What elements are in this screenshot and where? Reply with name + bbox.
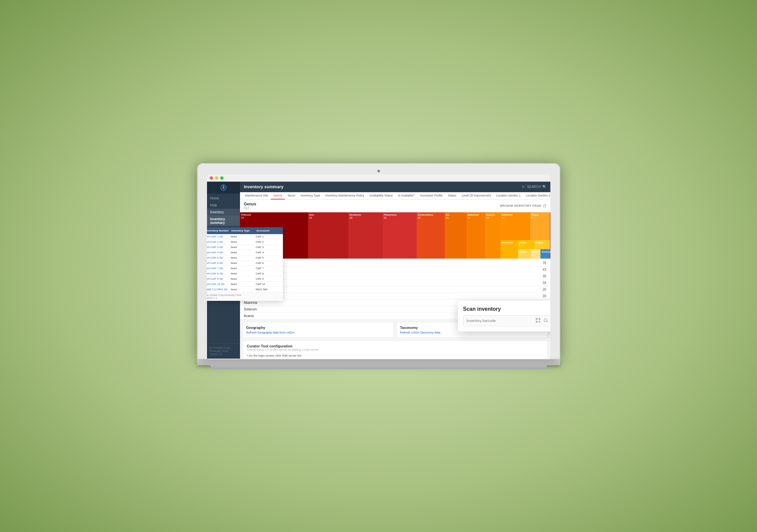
treemap-block-rubus[interactable]: Rubus 4 xyxy=(534,240,550,249)
page-title: Inventory summary xyxy=(244,184,284,189)
sidebar-footer: No Global Crop Diversity Trust v2022.7.1 xyxy=(207,343,240,359)
laptop-foot xyxy=(210,365,547,369)
table-row[interactable]: INV-CIAT 4 SD Seed CIAT 4 xyxy=(207,250,283,255)
table-row[interactable]: Phaseolus 34 xyxy=(240,280,550,286)
sidebar-logo xyxy=(207,182,240,194)
treemap-block-amaryllis[interactable]: Amaryllis xyxy=(540,249,550,259)
table-row[interactable]: Amaranthus 26 xyxy=(240,286,550,293)
logo-icon xyxy=(220,184,227,191)
table-row[interactable]: INV-CIAT 5 SD Seed CIAT 5 xyxy=(207,255,283,261)
tab-inventory-maintenance-policy[interactable]: Inventory Maintenance Policy xyxy=(323,192,367,199)
table-row[interactable]: MAR 112 RRG SD Seed IRGC 500 xyxy=(207,287,283,292)
footer-version: v2022.7.1 xyxy=(210,353,237,356)
footer-org-small: No Global Crop Diversity Trust xyxy=(207,294,241,297)
export-icon: 📋 xyxy=(543,204,546,207)
treemap-block-aster[interactable]: Aster 1 xyxy=(531,249,540,259)
table-row[interactable]: INV-CIAT 7 SD Seed CIAT 7 xyxy=(207,266,283,271)
tab-level-of-improvement[interactable]: Level Of Improvement xyxy=(459,192,494,199)
table-row[interactable]: Aa 20 xyxy=(240,293,550,300)
sidebar-item-home[interactable]: Home xyxy=(207,195,240,202)
svg-line-8 xyxy=(546,321,547,322)
treemap-block-oryza[interactable]: Oryza 5 xyxy=(518,240,534,249)
search-button[interactable]: SEARCH 🔍 xyxy=(527,185,546,189)
footer-version-small: v2022.7.1 xyxy=(207,297,217,300)
sidebar-item-inventory[interactable]: Inventory xyxy=(207,209,240,216)
col-accession: Accession xyxy=(256,229,281,233)
treemap-small-bottom: Musa 3 Aster 1 xyxy=(518,249,550,259)
treemap-block-musa[interactable]: Musa 3 xyxy=(518,249,531,259)
refresh-icon[interactable]: ↻ xyxy=(522,185,525,189)
treemap-block-zea[interactable]: Zea 43 xyxy=(308,212,348,259)
table-row[interactable]: INV-CIAT 3 SD Seed CIAT 3 xyxy=(207,245,283,250)
curator-title: Curator Tool configuration xyxy=(247,344,543,348)
tab-inventory-type[interactable]: Inventory Type xyxy=(298,192,323,199)
scan-input-wrapper xyxy=(463,315,550,326)
footer-org: No Global Crop Diversity Trust xyxy=(210,346,237,353)
table-row[interactable]: Zea 43 xyxy=(240,266,550,273)
tab-location-section-1[interactable]: Location Section 1 xyxy=(494,192,523,199)
content-area: Genus 317 BROWSE INVENTORY ITEMS 📋 xyxy=(240,200,550,359)
sidebar-item-help[interactable]: Help xyxy=(207,202,240,209)
tab-accession-profile[interactable]: Accession Profile xyxy=(417,192,445,199)
inventory-barcode-input[interactable] xyxy=(467,319,533,323)
tab-genus[interactable]: Genus xyxy=(271,192,285,199)
table-row[interactable]: INV-CIAT 1 SD Seed CIAT 1 xyxy=(207,234,283,239)
table-row[interactable]: INV-CIAT 9 SD Seed CIAT 9 xyxy=(207,276,283,282)
scan-action-icons xyxy=(535,318,548,324)
sidebar-item-inventory-summary[interactable]: Inventory summary xyxy=(207,216,240,226)
tab-taxon[interactable]: Taxon xyxy=(285,192,298,199)
screen-inner: Home Help Inventory Inventory summary Sc… xyxy=(207,174,550,351)
browse-inventory-button[interactable]: BROWSE INVENTORY ITEMS 📋 xyxy=(500,204,546,207)
inventory-table-panel: Inventory Number Inventory Type Accessio… xyxy=(207,227,283,301)
treemap-block-hordeum2[interactable]: Hordeum 8 xyxy=(500,240,518,259)
camera xyxy=(377,170,380,172)
treemap-block-phaseolus[interactable]: Phaseolus 34 xyxy=(383,212,417,259)
maximize-button[interactable] xyxy=(220,176,224,180)
treemap-block-small: Oryza 5 Rubus 4 xyxy=(518,240,550,259)
treemap-block-vigna-group: Vigna 8 xyxy=(530,212,550,240)
search-scan-icon[interactable] xyxy=(543,318,548,324)
tab-availability-status[interactable]: Availability Status xyxy=(367,192,395,199)
treemap-block-hordeum[interactable]: Hordeum 35 xyxy=(348,212,382,259)
treemap-block-amaranthus[interactable]: Amaranthus 26 xyxy=(417,212,445,259)
svg-rect-2 xyxy=(539,318,540,319)
tab-status[interactable]: Status xyxy=(445,192,459,199)
table-row[interactable]: INV-CIAT 8 SD Seed CIAT 8 xyxy=(207,271,283,276)
minimize-button[interactable] xyxy=(215,176,218,180)
table-row[interactable]: Triticum 78 xyxy=(240,260,550,266)
search-label: SEARCH xyxy=(527,185,541,189)
laptop-container: Home Help Inventory Inventory summary Sc… xyxy=(197,163,560,369)
window-controls xyxy=(207,174,550,182)
geography-title: Geography xyxy=(246,326,390,330)
treemap-block-acacia[interactable]: Acacia 15 xyxy=(485,212,500,259)
curator-steps: • On the login screen click 'Edit server… xyxy=(247,353,543,359)
treemap-block-vigna[interactable]: Vigna 8 xyxy=(530,212,550,240)
screen-bezel: Home Help Inventory Inventory summary Sc… xyxy=(197,163,560,359)
tab-location-section-2[interactable]: Location Section 2 xyxy=(523,192,550,199)
treemap-block-abarema[interactable]: Abarema 17 xyxy=(466,212,485,259)
treemap-right: Solanum 17 Vigna 8 xyxy=(500,212,550,259)
tab-is-available[interactable]: Is Available? xyxy=(395,192,417,199)
tab-maintenance-site[interactable]: Maintenance Site xyxy=(243,192,271,199)
table-row[interactable]: INV-CIAT 2 SD Seed CIAT 2 xyxy=(207,239,283,245)
treemap-chart: Triticum 78 Zea 43 Hordeum 35 xyxy=(240,212,550,259)
screen: Home Help Inventory Inventory summary Sc… xyxy=(207,174,550,359)
close-button[interactable] xyxy=(210,176,213,180)
barcode-scan-icon[interactable] xyxy=(535,318,541,324)
inventory-table-header: Inventory Number Inventory Type Accessio… xyxy=(207,227,283,234)
top-bar: Inventory summary ↻ SEARCH 🔍 xyxy=(240,182,550,192)
treemap-block-aa[interactable]: Aa 20 xyxy=(445,212,466,259)
tabs-bar: Maintenance Site Genus Taxon Inventory T… xyxy=(240,192,550,200)
main-content: Inventory summary ↻ SEARCH 🔍 xyxy=(240,182,550,359)
svg-point-7 xyxy=(544,318,547,321)
svg-rect-3 xyxy=(536,321,537,322)
search-icon: 🔍 xyxy=(542,185,546,189)
scan-inventory-panel: Scan inventory xyxy=(458,301,550,332)
geography-link[interactable]: Refresh Geography data from USDA xyxy=(246,331,390,334)
table-row[interactable]: Hordeum 35 xyxy=(240,273,550,280)
table-row[interactable]: INV-CIAT 10 SD Seed CIAT 10 xyxy=(207,282,283,287)
treemap-block-solanum[interactable]: Solanum 17 xyxy=(500,212,530,240)
curator-subtitle: Connect your CT to this server by adding… xyxy=(247,348,543,351)
table-row[interactable]: INV-CIAT 6 SD Seed CIAT 6 xyxy=(207,261,283,266)
genus-count: 317 xyxy=(244,206,256,210)
